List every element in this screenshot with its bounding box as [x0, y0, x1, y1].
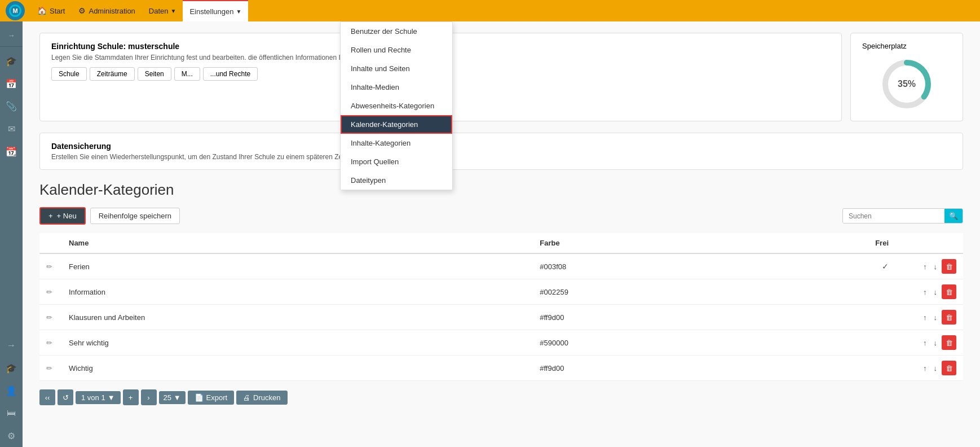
last-page-btn[interactable]: ›: [141, 389, 157, 405]
dropdown-item-medien[interactable]: Inhalte-Medien: [341, 78, 452, 97]
col-farbe-header: Farbe: [533, 233, 754, 253]
move-down-btn[interactable]: ↓: [932, 312, 940, 323]
sidebar-item-paperclip[interactable]: 📎: [0, 95, 23, 117]
table-row: ✏ Information #002259 ↑ ↓ 🗑: [39, 279, 963, 305]
edit-cell: ✏: [39, 356, 62, 381]
sidebar-item-graduation[interactable]: 🎓: [0, 50, 23, 72]
col-frei-header: Frei: [754, 233, 895, 253]
edit-button[interactable]: ✏: [46, 313, 52, 322]
top-navigation: M 🏠 Start ⚙ Administration Daten ▼ Einst…: [0, 0, 980, 21]
move-up-btn[interactable]: ↑: [921, 287, 929, 297]
plus-icon: +: [48, 212, 53, 220]
dropdown-item-inhalte-kategorien[interactable]: Inhalte-Kategorien: [341, 134, 452, 152]
search-input[interactable]: [843, 209, 944, 223]
calendar2-icon: 📆: [6, 146, 17, 157]
tab-schule[interactable]: Schule: [51, 67, 87, 81]
row-actions-cell: ↑ ↓ 🗑: [895, 305, 963, 330]
name-cell: Sehr wichtig: [62, 330, 533, 356]
row-actions-cell: ↑ ↓ 🗑: [895, 253, 963, 279]
datensicherung-title: Datensicherung: [51, 142, 363, 151]
datensicherung-description: Erstellen Sie einen Wiederherstellungspu…: [51, 153, 363, 161]
gear-icon: ⚙: [78, 6, 86, 15]
edit-button[interactable]: ✏: [46, 364, 52, 373]
delete-button[interactable]: 🗑: [942, 284, 956, 299]
table-row: ✏ Ferien #003f08 ✓ ↑ ↓ 🗑: [39, 253, 963, 279]
edit-cell: ✏: [39, 279, 62, 305]
dropdown-item-inhalte[interactable]: Inhalte und Seiten: [341, 59, 452, 78]
export-button[interactable]: 📄 Export: [188, 391, 235, 405]
move-down-btn[interactable]: ↓: [932, 338, 940, 348]
edit-button[interactable]: ✏: [46, 288, 52, 296]
save-order-button[interactable]: Reihenfolge speichern: [90, 208, 180, 224]
sidebar-item-settings-user[interactable]: ⚙: [0, 424, 23, 447]
first-page-btn[interactable]: ‹‹: [39, 389, 55, 405]
delete-button[interactable]: 🗑: [942, 310, 956, 325]
person-icon: 👤: [6, 385, 17, 396]
tab-zeitraeume[interactable]: Zeiträume: [90, 67, 135, 81]
move-down-btn[interactable]: ↓: [932, 261, 940, 272]
farbe-cell: #003f08: [533, 253, 754, 279]
move-up-btn[interactable]: ↑: [921, 338, 929, 348]
sidebar-item-arrow[interactable]: →: [0, 334, 23, 357]
row-action-buttons: ↑ ↓ 🗑: [902, 259, 956, 274]
delete-button[interactable]: 🗑: [942, 259, 956, 274]
delete-button[interactable]: 🗑: [942, 361, 956, 375]
new-button[interactable]: + + Neu: [39, 207, 86, 225]
check-icon: ✓: [882, 262, 889, 271]
nav-item-daten[interactable]: Daten ▼: [142, 0, 183, 21]
tab-seiten[interactable]: Seiten: [138, 67, 171, 81]
search-button[interactable]: 🔍: [944, 209, 963, 223]
sidebar-item-calendar[interactable]: 📅: [0, 72, 23, 95]
dropdown-item-dateitypen[interactable]: Dateitypen: [341, 171, 452, 190]
categories-table: Name Farbe Frei ✏ Ferien #003f08 ✓ ↑ ↓ 🗑…: [39, 233, 963, 381]
daten-caret-icon: ▼: [171, 8, 176, 14]
move-up-btn[interactable]: ↑: [921, 363, 929, 374]
sidebar-item-user[interactable]: 🎓: [0, 357, 23, 379]
dropdown-item-import[interactable]: Import Quellen: [341, 152, 452, 171]
move-up-btn[interactable]: ↑: [921, 261, 929, 272]
storage-percent-label: 35%: [898, 79, 916, 89]
table-row: ✏ Sehr wichtig #590000 ↑ ↓ 🗑: [39, 330, 963, 356]
nav-admin-label: Administration: [89, 7, 135, 15]
sidebar-item-person[interactable]: 👤: [0, 379, 23, 402]
tab-rechte[interactable]: ...und Rechte: [203, 67, 258, 81]
nav-item-einstellungen[interactable]: Einstellungen ▼: [183, 0, 248, 21]
sidebar-item-mail[interactable]: ✉: [0, 117, 23, 140]
user-settings-icon: ⚙: [7, 431, 15, 441]
calendar-icon: 📅: [6, 78, 17, 89]
farbe-cell: #ff9d00: [533, 356, 754, 381]
page-dropdown-icon[interactable]: ▼: [108, 393, 115, 402]
sidebar-item-bed[interactable]: 🛏: [0, 402, 23, 424]
edit-button[interactable]: ✏: [46, 262, 52, 271]
dropdown-item-benutzer[interactable]: Benutzer der Schule: [341, 22, 452, 41]
prev-refresh-btn[interactable]: ↺: [58, 389, 73, 405]
edit-button[interactable]: ✏: [46, 339, 52, 347]
nav-item-start[interactable]: 🏠 Start: [30, 0, 72, 21]
name-cell: Ferien: [62, 253, 533, 279]
tab-m[interactable]: M...: [174, 67, 200, 81]
storage-panel-title: Speicherplatz: [862, 42, 907, 50]
farbe-cell: #590000: [533, 330, 754, 356]
delete-button[interactable]: 🗑: [942, 335, 956, 350]
next-page-btn[interactable]: +: [123, 389, 139, 405]
frei-cell: [754, 279, 895, 305]
nav-item-administration[interactable]: ⚙ Administration: [72, 0, 142, 21]
datensicherung-panel: Datensicherung Erstellen Sie einen Wiede…: [39, 133, 963, 170]
sidebar-collapse-btn[interactable]: →: [0, 24, 23, 47]
storage-panel: Speicherplatz 35%: [850, 33, 963, 121]
per-page-selector[interactable]: 25 ▼: [159, 391, 186, 404]
col-actions-header: [39, 233, 62, 253]
dropdown-item-kalender-kategorien[interactable]: Kalender-Kategorien: [341, 115, 452, 134]
move-down-btn[interactable]: ↓: [932, 287, 940, 297]
move-down-btn[interactable]: ↓: [932, 363, 940, 374]
print-button[interactable]: 🖨 Drucken: [236, 391, 287, 405]
nav-einstellungen-label: Einstellungen: [189, 7, 233, 16]
row-action-buttons: ↑ ↓ 🗑: [902, 335, 956, 350]
page-title: Kalender-Kategorien: [39, 181, 963, 199]
dropdown-item-abwesenheit[interactable]: Abwesenheits-Kategorien: [341, 97, 452, 115]
move-up-btn[interactable]: ↑: [921, 312, 929, 323]
col-row-actions-header: [895, 233, 963, 253]
logo[interactable]: M: [6, 1, 25, 20]
sidebar-item-calendar2[interactable]: 📆: [0, 140, 23, 163]
dropdown-item-rollen[interactable]: Rollen und Rechte: [341, 41, 452, 59]
